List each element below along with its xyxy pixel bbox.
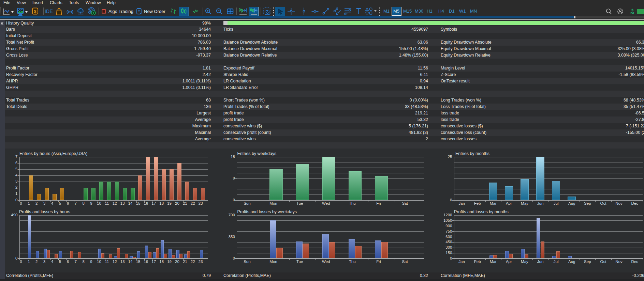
svg-text:$: $ [34, 9, 36, 14]
svg-text:LVL: LVL [630, 12, 635, 15]
